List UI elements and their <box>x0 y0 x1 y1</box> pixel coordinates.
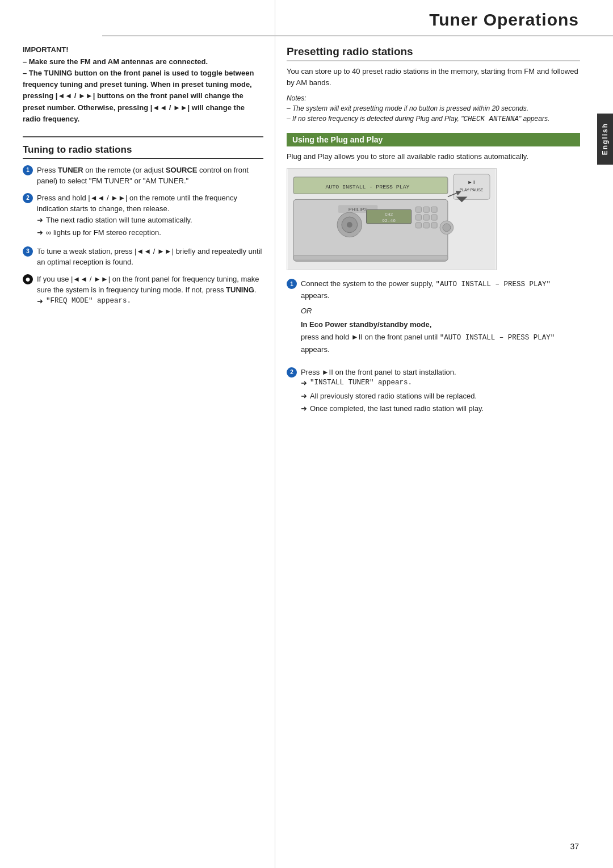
svg-rect-18 <box>431 207 437 212</box>
eco-power-label: In Eco Power standby/standby mode, <box>301 319 580 330</box>
svg-point-12 <box>347 222 352 228</box>
tuning-step-bullet: ● If you use |◄◄ / ►►| on the front pane… <box>23 274 263 309</box>
left-column: IMPORTANT! – Make sure the FM and AM ant… <box>0 0 275 868</box>
notes-line-1: – The system will exit presetting mode i… <box>287 103 580 114</box>
notes-section: Notes: – The system will exit presetting… <box>287 94 580 125</box>
plug-play-steps: 1 Connect the system to the power supply… <box>287 278 580 416</box>
step-bullet-arrow-text: "FREQ MODE" appears. <box>46 296 131 307</box>
svg-rect-22 <box>415 223 421 228</box>
svg-text:PHILIPS: PHILIPS <box>349 207 368 212</box>
step-1-text: Press TUNER on the remote (or adjust SOU… <box>37 165 263 187</box>
step-2-arrow-2: ➜ ∞ lights up for FM stereo reception. <box>37 227 161 238</box>
plug-step-2-arrow-3-text: Once completed, the last tuned radio sta… <box>310 403 484 414</box>
plug-step-2-text: Press ►II on the front panel to start in… <box>301 367 456 378</box>
plug-step-2-arrow-3: ➜ Once completed, the last tuned radio s… <box>301 403 484 414</box>
step-2-arrow-1: ➜ The next radio station will tune autom… <box>37 215 192 226</box>
step-3-circle: 3 <box>23 246 33 257</box>
tuning-step-2: 2 Press and hold |◄◄ / ►►| on the remote… <box>23 192 263 240</box>
language-label: English <box>601 123 609 155</box>
svg-rect-20 <box>423 215 429 220</box>
step-bullet-arrow: ➜ "FREQ MODE" appears. <box>37 296 131 307</box>
arrow-symbol-3: ➜ <box>37 296 43 307</box>
notes-label: Notes: <box>287 94 580 102</box>
plug-step-2-arrow-1-text: "INSTALL TUNER" appears. <box>310 378 412 388</box>
step-2-circle: 2 <box>23 193 33 203</box>
svg-rect-16 <box>415 207 421 212</box>
eco-power-text: press and hold ►II on the front panel un… <box>301 332 580 355</box>
notes-line-2: – If no stereo frequency is detected dur… <box>287 114 580 125</box>
svg-rect-17 <box>423 207 429 212</box>
svg-text:CH2: CH2 <box>385 212 393 217</box>
svg-rect-1 <box>454 174 490 200</box>
svg-point-26 <box>443 224 451 232</box>
tuning-heading: Tuning to radio stations <box>23 144 263 159</box>
left-divider <box>23 136 263 137</box>
step-bullet-circle: ● <box>23 274 33 284</box>
important-text: – Make sure the FM and AM antennas are c… <box>23 56 263 125</box>
presetting-heading: Presetting radio stations <box>287 45 580 61</box>
svg-rect-23 <box>423 223 429 228</box>
svg-text:92.46: 92.46 <box>382 218 396 223</box>
step-bullet-text: If you use |◄◄ / ►►| on the front panel … <box>37 274 263 296</box>
plug-play-section: Using the Plug and Play Plug and Play al… <box>287 133 580 416</box>
tuning-step-3: 3 To tune a weak station, press |◄◄ / ►►… <box>23 246 263 268</box>
plug-step-2-arrow-1: ➜ "INSTALL TUNER" appears. <box>301 378 412 389</box>
step-1-circle: 1 <box>23 165 33 175</box>
tuning-section: Tuning to radio stations 1 Press TUNER o… <box>23 144 263 309</box>
tuning-step-1: 1 Press TUNER on the remote (or adjust S… <box>23 165 263 187</box>
step-2-arrow-2-text: ∞ lights up for FM stereo reception. <box>46 227 161 238</box>
svg-text:PLAY·PAUSE: PLAY·PAUSE <box>459 188 483 192</box>
plug-step-1: 1 Connect the system to the power supply… <box>287 278 580 361</box>
device-illustration: ►II PLAY·PAUSE AUTO INSTALL - PRESS PLAY… <box>287 168 497 270</box>
main-content: IMPORTANT! – Make sure the FM and AM ant… <box>0 0 597 868</box>
step-2-text: Press and hold |◄◄ / ►►| on the remote u… <box>37 192 263 215</box>
plug-step-2-arrow-2-text: All previously stored radio stations wil… <box>310 391 477 402</box>
plug-step-1-circle: 1 <box>287 279 297 289</box>
step-2-arrow-1-text: The next radio station will tune automat… <box>46 215 192 226</box>
arrow-symbol-1: ➜ <box>37 215 43 226</box>
tuning-steps-list: 1 Press TUNER on the remote (or adjust S… <box>23 165 263 309</box>
svg-rect-21 <box>431 215 437 220</box>
language-tab: English <box>597 114 613 165</box>
svg-rect-28 <box>293 255 448 260</box>
important-line-2: – The TUNING button on the front panel i… <box>23 69 254 123</box>
plug-step-2: 2 Press ►II on the front panel to start … <box>287 367 580 416</box>
or-text: OR <box>301 305 580 317</box>
plug-play-heading: Using the Plug and Play <box>287 133 580 146</box>
important-section: IMPORTANT! – Make sure the FM and AM ant… <box>23 45 263 125</box>
arrow-symbol-2: ➜ <box>37 227 43 238</box>
svg-text:AUTO INSTALL - PRESS PLAY: AUTO INSTALL - PRESS PLAY <box>325 184 409 190</box>
svg-rect-19 <box>415 215 421 220</box>
plug-step-1-text: Connect the system to the power supply, … <box>301 278 580 301</box>
plug-step-2-arrow-2: ➜ All previously stored radio stations w… <box>301 391 477 402</box>
svg-text:►II: ►II <box>467 179 475 185</box>
step-3-text: To tune a weak station, press |◄◄ / ►►| … <box>37 246 263 268</box>
plug-arrow-2: ➜ <box>301 391 307 402</box>
important-label: IMPORTANT! <box>23 45 263 54</box>
presetting-section: Presetting radio stations You can store … <box>287 45 580 125</box>
svg-rect-24 <box>431 223 437 228</box>
plug-play-body: Plug and Play allows you to store all av… <box>287 151 580 162</box>
right-column: Presetting radio stations You can store … <box>275 0 597 868</box>
plug-step-2-circle: 2 <box>287 367 297 378</box>
device-svg: ►II PLAY·PAUSE AUTO INSTALL - PRESS PLAY… <box>287 169 496 270</box>
plug-arrow-3: ➜ <box>301 403 307 414</box>
plug-arrow-1: ➜ <box>301 378 307 389</box>
presetting-body: You can store up to 40 preset radio stat… <box>287 66 580 89</box>
important-line-1: – Make sure the FM and AM antennas are c… <box>23 57 208 66</box>
